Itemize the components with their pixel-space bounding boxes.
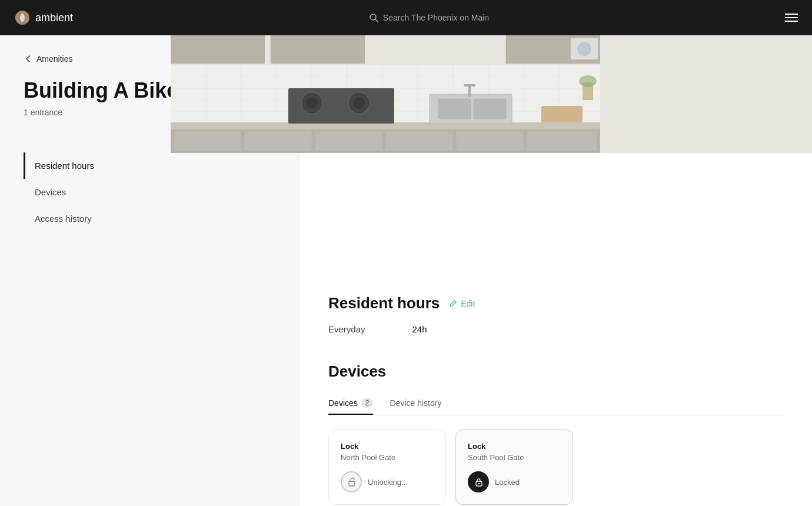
sidebar-item-access-history[interactable]: Access history [24, 205, 277, 232]
devices-header: Devices [328, 362, 784, 381]
resident-hours-title: Resident hours [328, 294, 440, 312]
sidebar-item-resident-hours[interactable]: Resident hours [24, 152, 277, 179]
resident-hours-header: Resident hours Edit [328, 294, 784, 312]
device-card-south[interactable]: Lock South Pool Gate Locked [455, 430, 573, 505]
content-area: Resident hours Edit Everyday 24h Devi [300, 271, 812, 506]
svg-point-48 [478, 483, 480, 484]
search-bar[interactable]: Search The Phoenix on Main [369, 13, 489, 22]
device-card-north[interactable]: Lock North Pool Gate Unlocking... [328, 430, 446, 505]
sidebar-item-devices[interactable]: Devices [24, 179, 277, 205]
back-link-label: Amenities [36, 54, 72, 64]
locked-icon [468, 471, 489, 492]
hours-time: 24h [412, 324, 427, 334]
svg-point-45 [577, 42, 591, 56]
kitchen-scene-svg [171, 35, 600, 153]
edit-resident-hours-button[interactable]: Edit [449, 299, 475, 308]
device-card-south-name: South Pool Gate [468, 453, 561, 462]
svg-point-40 [579, 75, 597, 87]
svg-rect-25 [385, 131, 453, 151]
svg-rect-36 [468, 85, 471, 97]
hamburger-menu[interactable] [785, 14, 798, 22]
svg-rect-23 [244, 131, 312, 151]
tab-device-history[interactable]: Device history [390, 392, 441, 415]
edit-label: Edit [461, 299, 475, 308]
hours-row: Everyday 24h [328, 324, 784, 334]
sidebar-item-label: Resident hours [35, 161, 94, 171]
logo-icon [14, 9, 31, 26]
svg-rect-46 [349, 481, 355, 486]
svg-rect-37 [464, 84, 475, 86]
svg-point-30 [306, 97, 318, 109]
svg-point-32 [353, 97, 365, 109]
lock-closed-icon [473, 477, 484, 487]
device-cards-container: Lock North Pool Gate Unlocking... [328, 430, 784, 505]
devices-tabs: Devices 2 Device history [328, 392, 784, 415]
hours-day: Everyday [328, 324, 365, 334]
devices-title: Devices [328, 362, 386, 381]
status-text-north: Unlocking... [368, 478, 408, 487]
top-navbar: ambient Search The Phoenix on Main [0, 0, 812, 35]
tab-devices-label: Devices [328, 398, 358, 408]
tab-devices[interactable]: Devices 2 [328, 392, 373, 415]
svg-rect-35 [474, 99, 506, 119]
page-container: Amenities Building A Bike Storage 1 entr… [0, 35, 812, 506]
svg-rect-34 [438, 99, 471, 119]
app-logo[interactable]: ambient [14, 9, 73, 26]
resident-hours-section: Resident hours Edit Everyday 24h [328, 294, 784, 334]
device-status-south: Locked [468, 471, 561, 492]
device-card-north-type: Lock [341, 442, 434, 451]
sidebar: Amenities Building A Bike Storage 1 entr… [0, 35, 300, 506]
sidebar-item-label: Devices [35, 187, 66, 197]
status-text-south: Locked [495, 478, 520, 487]
search-icon [369, 13, 378, 22]
devices-section: Devices Devices 2 Device history [328, 362, 784, 505]
back-arrow-icon [24, 54, 33, 64]
sidebar-nav: Resident hours Devices Access history [24, 152, 277, 232]
tab-devices-badge: 2 [361, 398, 374, 408]
tab-device-history-label: Device history [390, 398, 441, 408]
search-placeholder: Search The Phoenix on Main [383, 13, 489, 22]
svg-rect-27 [527, 131, 597, 151]
svg-rect-41 [171, 35, 265, 64]
logo-text: ambient [35, 12, 73, 24]
svg-rect-26 [456, 131, 524, 151]
unlocking-icon [341, 471, 362, 492]
svg-line-2 [375, 19, 378, 22]
sidebar-item-label: Access history [35, 214, 92, 224]
edit-pencil-icon [449, 299, 457, 308]
menu-line-3 [785, 21, 798, 22]
lock-open-icon [346, 477, 357, 487]
hero-image [171, 35, 600, 153]
svg-rect-38 [541, 106, 583, 122]
svg-rect-42 [271, 35, 365, 64]
device-card-south-type: Lock [468, 442, 561, 451]
menu-line-1 [785, 14, 798, 15]
svg-rect-22 [174, 131, 241, 151]
svg-rect-24 [315, 131, 382, 151]
device-status-north: Unlocking... [341, 471, 434, 492]
menu-line-2 [785, 17, 798, 18]
device-card-north-name: North Pool Gate [341, 453, 434, 462]
